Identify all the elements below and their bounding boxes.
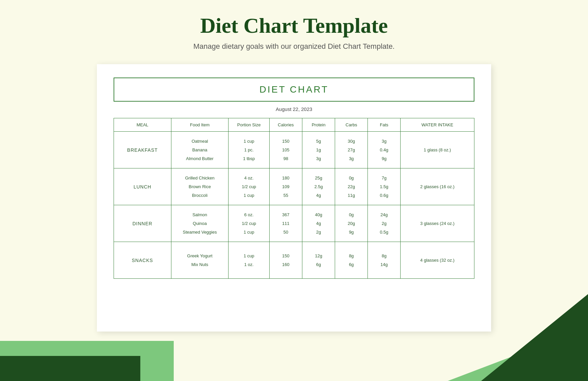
fats-cell-0: 3g0.4g9g: [368, 132, 401, 168]
table-header-row: MEAL Food Item Portion Size Calories Pro…: [114, 118, 474, 132]
food-cell-2: SalmonQuinoaSteamed Veggies: [171, 205, 229, 242]
table-row: BREAKFASTOatmealBananaAlmond Butter1 cup…: [114, 132, 474, 168]
portion-cell-1: 4 oz.1/2 cup1 cup: [229, 168, 270, 205]
chart-title-text: DIET CHART: [260, 84, 329, 95]
food-cell-0: OatmealBananaAlmond Butter: [171, 132, 229, 168]
header-calories: Calories: [269, 118, 302, 132]
protein-cell-0: 5g1g3g: [302, 132, 335, 168]
water-cell-1: 2 glasses (16 oz.): [401, 168, 474, 205]
portion-cell-0: 1 cup1 pc.1 tbsp: [229, 132, 270, 168]
carbs-cell-2: 0g20g9g: [335, 205, 368, 242]
protein-cell-3: 12g6g: [302, 242, 335, 279]
fats-cell-1: 7g1.5g0.6g: [368, 168, 401, 205]
water-cell-0: 1 glass (8 oz.): [401, 132, 474, 168]
protein-cell-1: 25g2.5g4g: [302, 168, 335, 205]
meal-cell-3: SNACKS: [114, 242, 171, 279]
header-food-item: Food Item: [171, 118, 229, 132]
portion-cell-3: 1 cup1 oz.: [229, 242, 270, 279]
header-water-intake: WATER INTAKE: [401, 118, 474, 132]
carbs-cell-0: 30g27g3g: [335, 132, 368, 168]
protein-cell-2: 40g4g2g: [302, 205, 335, 242]
meal-cell-0: BREAKFAST: [114, 132, 171, 168]
decorative-strip-dark-left: [0, 356, 140, 381]
calories-cell-3: 150160: [269, 242, 302, 279]
chart-date: August 22, 2023: [114, 106, 474, 112]
meal-cell-2: DINNER: [114, 205, 171, 242]
diet-chart-card: DIET CHART August 22, 2023 MEAL Food Ite…: [97, 64, 491, 332]
calories-cell-0: 15010598: [269, 132, 302, 168]
portion-cell-2: 6 oz.1/2 cup1 cup: [229, 205, 270, 242]
header-carbs: Carbs: [335, 118, 368, 132]
table-row: LUNCHGrilled ChickenBrown RiceBroccoli4 …: [114, 168, 474, 205]
table-row: DINNERSalmonQuinoaSteamed Veggies6 oz.1/…: [114, 205, 474, 242]
calories-cell-2: 36711150: [269, 205, 302, 242]
food-cell-3: Greek YogurtMix Nuts: [171, 242, 229, 279]
carbs-cell-1: 0g22g11g: [335, 168, 368, 205]
chart-title-box: DIET CHART: [114, 78, 474, 102]
header-meal: MEAL: [114, 118, 171, 132]
header-protein: Protein: [302, 118, 335, 132]
page-title: Diet Chart Template: [200, 13, 388, 38]
header-fats: Fats: [368, 118, 401, 132]
table-row: SNACKSGreek YogurtMix Nuts1 cup1 oz.1501…: [114, 242, 474, 279]
page-content: Diet Chart Template Manage dietary goals…: [0, 0, 588, 332]
fats-cell-3: 8g14g: [368, 242, 401, 279]
fats-cell-2: 24g2g0.5g: [368, 205, 401, 242]
diet-table: MEAL Food Item Portion Size Calories Pro…: [114, 118, 474, 279]
water-cell-3: 4 glasses (32 oz.): [401, 242, 474, 279]
header-portion-size: Portion Size: [229, 118, 270, 132]
page-subtitle: Manage dietary goals with our organized …: [193, 42, 395, 51]
meal-cell-1: LUNCH: [114, 168, 171, 205]
water-cell-2: 3 glasses (24 oz.): [401, 205, 474, 242]
calories-cell-1: 18010955: [269, 168, 302, 205]
food-cell-1: Grilled ChickenBrown RiceBroccoli: [171, 168, 229, 205]
carbs-cell-3: 8g6g: [335, 242, 368, 279]
